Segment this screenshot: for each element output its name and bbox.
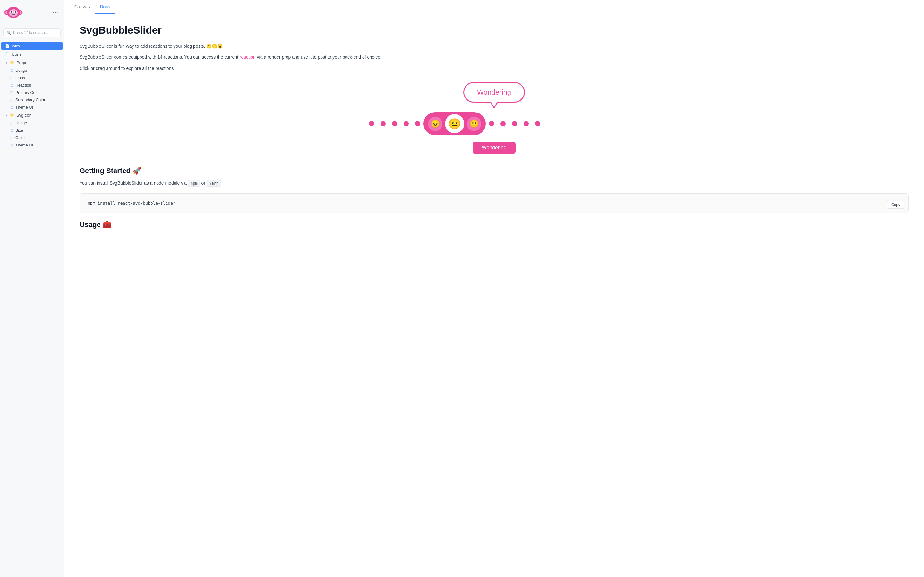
more-options-button[interactable]: ··· — [51, 8, 60, 17]
component-icon: ⬡ — [10, 76, 13, 80]
sidebar-item-label: Theme UI — [15, 105, 33, 110]
intro2-highlight: reaction — [240, 55, 256, 60]
track-dot — [369, 121, 374, 126]
svg-point-7 — [11, 11, 13, 13]
sidebar-item-svgicon-theme-ui[interactable]: ⬡ Theme UI — [1, 142, 63, 149]
svg-point-9 — [15, 11, 16, 13]
left-face-icon: 😠 — [428, 117, 443, 131]
track-dot — [512, 121, 517, 126]
component-icon: ⬡ — [10, 121, 13, 125]
sidebar-item-props-reaction[interactable]: ⬡ Reaction — [1, 82, 63, 89]
search-placeholder: Press "/" to search... — [13, 31, 48, 35]
component-icon: ⬡ — [10, 105, 13, 110]
track-dot — [415, 121, 420, 126]
component-icon: ⬡ — [10, 98, 13, 102]
sidebar-item-label: Icons — [11, 52, 21, 57]
component-icon: ⬡ — [10, 83, 13, 87]
sidebar: ··· 🔍 Press "/" to search... 📄 Intro 📄 I… — [0, 0, 64, 577]
getting-started-text: You can install SvgBubbleSlider as a nod… — [79, 179, 909, 187]
usage-title: Usage 🧰 — [79, 221, 909, 229]
getting-started-title: Getting Started 🚀 — [79, 167, 909, 175]
speech-bubble: Wondering — [463, 82, 525, 103]
page-icon: 📄 — [5, 44, 10, 48]
sidebar-group-label: Props — [16, 60, 27, 65]
sidebar-item-label: Reaction — [15, 83, 31, 87]
npm-code: npm — [188, 180, 200, 187]
sidebar-header: ··· — [0, 0, 64, 25]
intro2-after: via a render prop and use it to post to … — [256, 55, 381, 60]
sidebar-item-props-secondary-color[interactable]: ⬡ Secondary Color — [1, 97, 63, 103]
intro2-before: SvgBubbleSlider comes equipped with 14 r… — [79, 55, 240, 60]
slider-track[interactable]: 😠 😐 😐 — [366, 112, 622, 135]
sidebar-item-label: Size — [15, 128, 23, 133]
sidebar-item-svgicon-color[interactable]: ⬡ Color — [1, 134, 63, 141]
sidebar-item-label: Secondary Color — [15, 98, 45, 102]
search-bar[interactable]: 🔍 Press "/" to search... — [3, 28, 61, 37]
center-face-icon: 😐 — [445, 114, 464, 133]
page-icon: 📄 — [5, 52, 10, 56]
caret-down-icon: ▼ — [5, 61, 8, 64]
demo-area: Wondering 😠 😐 😐 — [79, 76, 909, 163]
sidebar-item-props-theme-ui[interactable]: ⬡ Theme UI — [1, 104, 63, 111]
intro-paragraph-1: SvgBubbleSlider is fun way to add reacti… — [79, 43, 909, 50]
tab-canvas[interactable]: Canvas — [69, 0, 95, 14]
gs-text-before: You can install SvgBubbleSlider as a nod… — [79, 181, 188, 185]
sidebar-item-svgicon-usage[interactable]: ⬡ Usage — [1, 119, 63, 127]
component-icon: ⬡ — [10, 136, 13, 140]
track-dot — [535, 121, 540, 126]
sidebar-group-svgicon[interactable]: ▼ 📁 SvgIcon — [1, 111, 63, 119]
folder-icon: 📁 — [10, 113, 15, 117]
copy-button[interactable]: Copy — [887, 201, 905, 209]
install-code-block: npm install react-svg-bubble-slider Copy — [79, 193, 909, 213]
folder-icon: 📁 — [10, 61, 15, 65]
sidebar-item-label: Primary Color — [15, 90, 40, 95]
svg-point-5 — [9, 9, 18, 17]
usage-section: Usage 🧰 — [79, 221, 909, 229]
sidebar-item-label: Usage — [15, 121, 27, 125]
intro-paragraph-3: Click or drag around to explore all the … — [79, 65, 909, 72]
logo-area — [4, 5, 23, 19]
sidebar-item-label: Color — [15, 135, 25, 140]
component-icon: ⬡ — [10, 91, 13, 95]
content-area: SvgBubbleSlider SvgBubbleSlider is fun w… — [64, 14, 924, 577]
track-dot — [489, 121, 494, 126]
intro-paragraph-2: SvgBubbleSlider comes equipped with 14 r… — [79, 53, 909, 61]
sidebar-item-intro[interactable]: 📄 Intro — [1, 42, 63, 50]
sidebar-item-label: Theme UI — [15, 143, 33, 147]
sidebar-group-label: SvgIcon — [16, 113, 31, 118]
caret-down-icon: ▼ — [5, 114, 8, 117]
gs-or: or — [200, 181, 207, 185]
main-panel: Canvas Docs SvgBubbleSlider SvgBubbleSli… — [64, 0, 924, 577]
sidebar-item-icons[interactable]: 📄 Icons — [1, 50, 63, 58]
sidebar-item-label: Usage — [15, 68, 27, 73]
sidebar-item-props-icons[interactable]: ⬡ Icons — [1, 74, 63, 81]
sidebar-item-props-usage[interactable]: ⬡ Usage — [1, 67, 63, 74]
track-dot — [392, 121, 397, 126]
sidebar-item-label: Icons — [15, 76, 25, 80]
sidebar-item-props-primary-color[interactable]: ⬡ Primary Color — [1, 89, 63, 96]
sidebar-group-props[interactable]: ▼ 📁 Props — [1, 59, 63, 67]
reaction-label-badge: Wondering — [473, 142, 515, 154]
track-dot — [404, 121, 409, 126]
app-logo — [4, 5, 23, 19]
track-dot — [523, 121, 529, 126]
track-dot — [501, 121, 506, 126]
yarn-code: yarn — [207, 180, 221, 187]
tab-bar: Canvas Docs — [64, 0, 924, 14]
component-icon: ⬡ — [10, 69, 13, 73]
tab-docs[interactable]: Docs — [95, 0, 115, 14]
sidebar-item-label: Intro — [11, 44, 20, 48]
install-command-text: npm install react-svg-bubble-slider — [80, 193, 908, 213]
search-icon: 🔍 — [7, 31, 11, 35]
component-icon: ⬡ — [10, 129, 13, 133]
sidebar-item-svgicon-size[interactable]: ⬡ Size — [1, 127, 63, 134]
component-icon: ⬡ — [10, 143, 13, 147]
sidebar-nav: 📄 Intro 📄 Icons ▼ 📁 Props ⬡ Usage ⬡ Icon… — [0, 40, 64, 150]
right-face-icon: 😐 — [467, 117, 481, 131]
bubble-label: Wondering — [477, 88, 511, 96]
track-dot — [381, 121, 386, 126]
center-widget[interactable]: 😠 😐 😐 — [423, 112, 486, 135]
page-title: SvgBubbleSlider — [79, 24, 909, 36]
